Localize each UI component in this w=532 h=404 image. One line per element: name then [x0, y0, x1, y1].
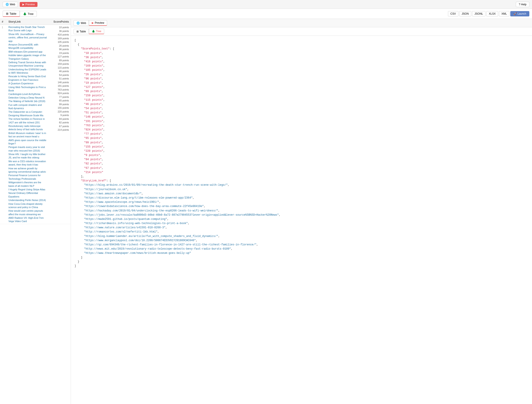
story-link-item[interactable]: Revolutionary radio telescope detects be…	[8, 124, 47, 131]
story-link-item[interactable]: Rescale Is Hiring Senior Back End Engine…	[8, 75, 47, 82]
story-link-item[interactable]: Using Web Technologies to Print a Book	[8, 86, 47, 92]
score-item: 67 points	[47, 124, 69, 128]
table-icon: ⊞	[6, 12, 8, 15]
story-link-item[interactable]: Hubble takes gigantic image of the Trian…	[8, 54, 47, 61]
story-link-item[interactable]: Recreating the Death Star Trench Run Sce…	[8, 26, 47, 33]
score-item: 84 points	[47, 117, 69, 121]
inner-web-label: Web	[81, 21, 86, 25]
story-link-item[interactable]: IBM releases Elm-powered app	[8, 50, 47, 53]
score-item: 96 points	[47, 47, 69, 51]
inner-web-button[interactable]: 🌐 Web	[74, 20, 89, 26]
inner-table-label: Table	[80, 30, 86, 33]
launch-icon: 🚀	[513, 12, 517, 15]
help-label: ? Help	[519, 3, 526, 6]
xml-button[interactable]: XML	[499, 11, 509, 16]
view-tabs: ⊞ Table 🌲 Tree	[3, 11, 37, 17]
score-item: 214 points	[47, 128, 69, 132]
story-link-item[interactable]: Defining Transit Service Areas with Unsu…	[8, 61, 47, 68]
split-layout: # StoryLink ScorePoints 1Recreating the …	[0, 19, 532, 404]
score-item: 220 points	[47, 110, 69, 114]
story-link-item[interactable]: Show HN: I taught my little brother JS, …	[8, 153, 47, 160]
json-button[interactable]: JSON	[459, 11, 471, 16]
inner-view-switch: ⊞ Table 🌲 Tree	[71, 27, 532, 36]
score-item: 26 points	[47, 44, 69, 48]
story-link-item[interactable]: I Hugely Regret Using Stripe Atlas	[8, 188, 47, 191]
story-link-item[interactable]: How Coca-Cola shaped obesity science and…	[8, 202, 47, 209]
inner-preview-button[interactable]: ▶ Preview	[89, 20, 107, 26]
main-toolbar: ⊞ Table 🌲 Tree CSV JSON JSONL XLSX XML 🚀…	[0, 9, 532, 19]
inner-preview-label: Preview	[95, 21, 104, 24]
score-item: 19 points	[47, 51, 69, 55]
left-panel: # StoryLink ScorePoints 1Recreating the …	[0, 19, 71, 404]
preview-label: Preview	[25, 3, 35, 6]
csv-button[interactable]: CSV	[448, 11, 458, 16]
story-link-item[interactable]: AWS gives open source the middle finger?	[8, 139, 47, 145]
table-tab-label: Table	[10, 12, 16, 15]
story-link-item[interactable]: We won a CES robotics innovation award, …	[8, 160, 47, 167]
format-buttons: CSV JSON JSONL XLSX XML 🚀 Launch	[448, 11, 529, 16]
story-link-item[interactable]: Cardiologist-Level Arrhythmia Detection …	[8, 92, 47, 99]
score-item: 9 points	[47, 113, 69, 117]
xlsx-button[interactable]: XLSX	[486, 11, 498, 16]
story-link-item[interactable]: Show HN: JournalBook – Privacy centric, …	[8, 33, 47, 43]
inner-table-icon: ⊞	[76, 30, 79, 33]
col-storylink: StoryLink	[8, 20, 47, 23]
score-item: 77 points	[47, 95, 69, 99]
score-item: 10 points	[47, 26, 69, 29]
story-link-item[interactable]: Neural Ordinary Differential Equations	[8, 191, 47, 198]
web-label: Web	[10, 3, 15, 6]
score-item: 924 points	[47, 91, 69, 95]
preview-button[interactable]: ▶ Preview	[20, 2, 38, 7]
score-item: 51 points	[47, 77, 69, 80]
table-header: # StoryLink ScorePoints	[0, 19, 71, 25]
score-item: 115 points	[47, 66, 69, 70]
score-item: 65 points	[47, 99, 69, 103]
story-link-item[interactable]: Understanding Perlin Noise (2014)	[8, 199, 47, 202]
right-panel: 🌐 Web ▶ Preview ⊞ Table	[71, 19, 532, 404]
preview-icon: ▶	[22, 3, 24, 6]
score-item: 155 points	[47, 106, 69, 110]
globe-icon: 🌐	[6, 3, 9, 6]
story-link-item[interactable]: Penguin travels every year to visit man …	[8, 145, 47, 152]
score-item: 169 points	[47, 37, 69, 40]
story-link-item[interactable]: How would user-centric payouts affect th…	[8, 209, 47, 216]
table-tab[interactable]: ⊞ Table	[3, 11, 20, 17]
story-link-item[interactable]: Underclocking the ESP8266 Leads to WiFi …	[8, 68, 47, 75]
top-nav: 🌐 Web ▶ Preview ? Help	[0, 0, 532, 9]
tree-tab[interactable]: 🌲 Tree	[20, 11, 37, 17]
help-button[interactable]: ? Help	[516, 2, 529, 7]
col-scorepoints: ScorePoints	[47, 20, 69, 23]
tree-icon: 🌲	[23, 12, 27, 16]
story-link-item[interactable]: Wittgenstein's theories are the basis of…	[8, 181, 47, 188]
launch-button[interactable]: 🚀 Launch	[510, 11, 529, 16]
story-link-item[interactable]: The richest families in Florence in 1427…	[8, 117, 47, 124]
story-link-item[interactable]: The Making of Nefertiti 1kb (2018)	[8, 100, 47, 103]
table-row: 1Recreating the Death Star Trench Run Sc…	[0, 25, 71, 224]
launch-label: Launch	[518, 12, 526, 15]
jsonl-button[interactable]: JSONL	[472, 11, 486, 16]
score-item: 82 points	[47, 121, 69, 124]
story-link-item[interactable]: The Datacenter as a Computer: Designing …	[8, 110, 47, 117]
story-link-item[interactable]: A Quantum Experience	[8, 82, 47, 85]
score-item: 105 points	[47, 40, 69, 44]
inner-tree-tab[interactable]: 🌲 Tree	[89, 29, 104, 34]
score-item: 99 points	[47, 103, 69, 106]
story-link-item[interactable]: Amazon DocumentDB, with MongoDB compatib…	[8, 43, 47, 50]
story-link-item[interactable]: Personal Finance Lessons for Technology …	[8, 174, 47, 181]
inner-tree-label: Tree	[96, 30, 101, 33]
story-link-item[interactable]: How we achieve growth by ignoring conven…	[8, 167, 47, 174]
score-item: 127 points	[47, 55, 69, 59]
score-item: 763 points	[47, 88, 69, 92]
score-item: 416 points	[47, 33, 69, 37]
story-link-item[interactable]: AMD Radeon VII: High-End 7nm Vega Video …	[8, 216, 47, 223]
story-link-item[interactable]: Fun with compute shaders and fluid dynam…	[8, 103, 47, 110]
story-links-cell: Recreating the Death Star Trench Run Sce…	[8, 26, 47, 223]
score-item: 191 points	[47, 84, 69, 88]
story-link-item[interactable]: British Museum realises 'vase' is in fac…	[8, 131, 47, 138]
top-nav-left: 🌐 Web ▶ Preview	[3, 2, 38, 7]
inner-toolbar: 🌐 Web ▶ Preview	[71, 19, 532, 27]
json-content: [ { "ScorePoints_text": [ "10 points", "…	[71, 36, 532, 404]
tree-tab-label: Tree	[28, 12, 33, 16]
web-button[interactable]: 🌐 Web	[3, 2, 18, 7]
inner-table-tab[interactable]: ⊞ Table	[74, 29, 89, 34]
